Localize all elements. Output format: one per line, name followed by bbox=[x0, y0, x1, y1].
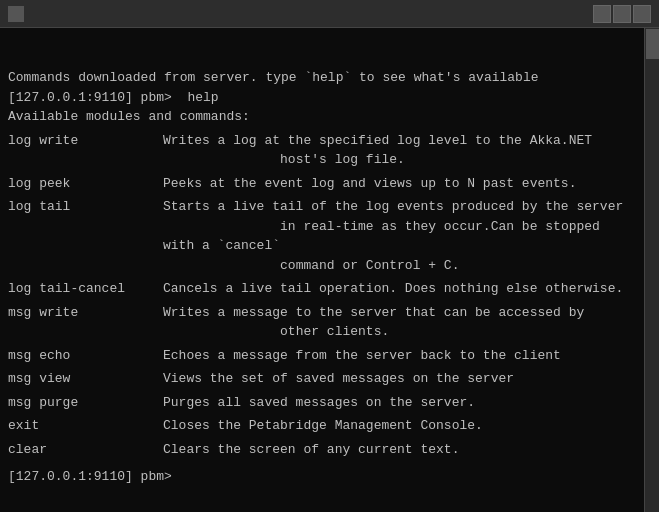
command-description: Writes a log at the specified log level … bbox=[163, 131, 636, 170]
scrollbar[interactable] bbox=[644, 28, 659, 512]
command-entry: log tailStarts a live tail of the log ev… bbox=[8, 197, 636, 275]
title-bar-left bbox=[8, 6, 30, 22]
command-entry: msg echoEchoes a message from the server… bbox=[8, 346, 636, 366]
app-window: Commands downloaded from server. type `h… bbox=[0, 0, 659, 512]
command-name: log write bbox=[8, 131, 163, 170]
command-entry: exitCloses the Petabridge Management Con… bbox=[8, 416, 636, 436]
command-name: msg view bbox=[8, 369, 163, 389]
terminal-output: Commands downloaded from server. type `h… bbox=[8, 32, 636, 487]
command-description: Echoes a message from the server back to… bbox=[163, 346, 636, 366]
app-icon bbox=[8, 6, 24, 22]
command-entry: msg writeWrites a message to the server … bbox=[8, 303, 636, 342]
command-name: log tail bbox=[8, 197, 163, 275]
command-description: Closes the Petabridge Management Console… bbox=[163, 416, 636, 436]
command-entry: msg purgePurges all saved messages on th… bbox=[8, 393, 636, 413]
command-name: msg write bbox=[8, 303, 163, 342]
command-entry: log tail-cancelCancels a live tail opera… bbox=[8, 279, 636, 299]
command-description: Purges all saved messages on the server. bbox=[163, 393, 636, 413]
command-name: msg echo bbox=[8, 346, 163, 366]
command-name: log tail-cancel bbox=[8, 279, 163, 299]
command-description: Starts a live tail of the log events pro… bbox=[163, 197, 636, 275]
command-description: Views the set of saved messages on the s… bbox=[163, 369, 636, 389]
scrollbar-thumb[interactable] bbox=[646, 29, 659, 59]
command-name: clear bbox=[8, 440, 163, 460]
terminal-line: [127.0.0.1:9110] pbm> bbox=[8, 467, 636, 487]
terminal-body[interactable]: Commands downloaded from server. type `h… bbox=[0, 28, 644, 512]
terminal-line: Commands downloaded from server. type `h… bbox=[8, 68, 636, 88]
minimize-button[interactable] bbox=[593, 5, 611, 23]
command-entry: log writeWrites a log at the specified l… bbox=[8, 131, 636, 170]
maximize-button[interactable] bbox=[613, 5, 631, 23]
command-name: log peek bbox=[8, 174, 163, 194]
command-description: Clears the screen of any current text. bbox=[163, 440, 636, 460]
command-entry: log peekPeeks at the event log and views… bbox=[8, 174, 636, 194]
command-entry: clearClears the screen of any current te… bbox=[8, 440, 636, 460]
terminal-line: [127.0.0.1:9110] pbm> help bbox=[8, 88, 636, 108]
title-bar bbox=[0, 0, 659, 28]
command-name: exit bbox=[8, 416, 163, 436]
command-description: Writes a message to the server that can … bbox=[163, 303, 636, 342]
command-entry: msg viewViews the set of saved messages … bbox=[8, 369, 636, 389]
window-controls bbox=[593, 5, 651, 23]
command-description: Peeks at the event log and views up to N… bbox=[163, 174, 636, 194]
command-name: msg purge bbox=[8, 393, 163, 413]
terminal-line: Available modules and commands: bbox=[8, 107, 636, 127]
command-description: Cancels a live tail operation. Does noth… bbox=[163, 279, 636, 299]
close-button[interactable] bbox=[633, 5, 651, 23]
